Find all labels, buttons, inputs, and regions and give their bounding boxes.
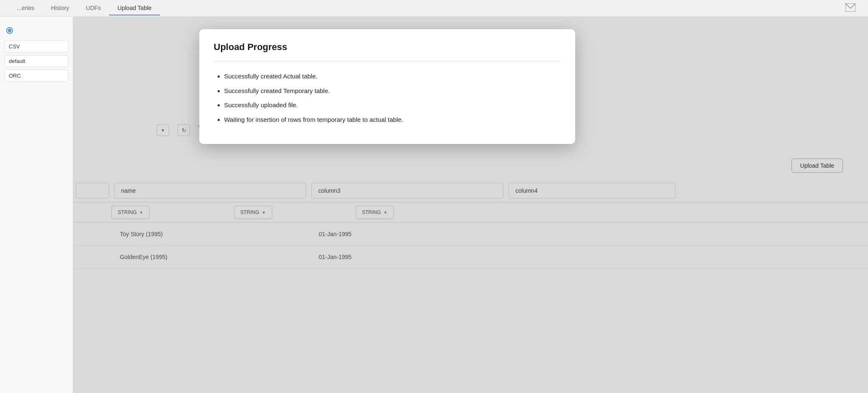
modal-message-1: Successfully created Actual table. xyxy=(224,72,561,81)
modal-message-2: Successfully created Temporary table. xyxy=(224,86,561,96)
tab-upload-table[interactable]: Upload Table xyxy=(109,1,160,15)
modal-message-4: Waiting for insertion of rows from tempo… xyxy=(224,115,561,125)
modal-divider xyxy=(214,61,561,61)
modal-title: Upload Progress xyxy=(214,42,561,53)
modal-message-3: Successfully uploaded file. xyxy=(224,101,561,110)
orc-dropdown[interactable]: ORC xyxy=(4,70,69,82)
tab-udfs[interactable]: UDFs xyxy=(78,1,109,15)
csv-dropdown[interactable]: CSV xyxy=(4,40,69,53)
tab-queries[interactable]: ...eries xyxy=(8,1,43,15)
radio-input[interactable] xyxy=(6,27,13,34)
email-icon[interactable] xyxy=(845,3,855,13)
main-content: CSV default ORC item ▼ ↻ Contains endlin… xyxy=(0,17,868,393)
modal-overlay: Upload Progress Successfully created Act… xyxy=(73,17,868,393)
upload-progress-modal: Upload Progress Successfully created Act… xyxy=(199,29,575,144)
modal-message-list: Successfully created Actual table. Succe… xyxy=(214,72,561,124)
default-dropdown[interactable]: default xyxy=(4,55,69,67)
sidebar-radio[interactable] xyxy=(0,23,73,38)
sidebar: CSV default ORC xyxy=(0,17,73,393)
right-content: item ▼ ↻ Contains endlines? Upload Table… xyxy=(73,17,868,393)
tab-history[interactable]: History xyxy=(43,1,78,15)
nav-tabs: ...eries History UDFs Upload Table xyxy=(0,0,868,17)
